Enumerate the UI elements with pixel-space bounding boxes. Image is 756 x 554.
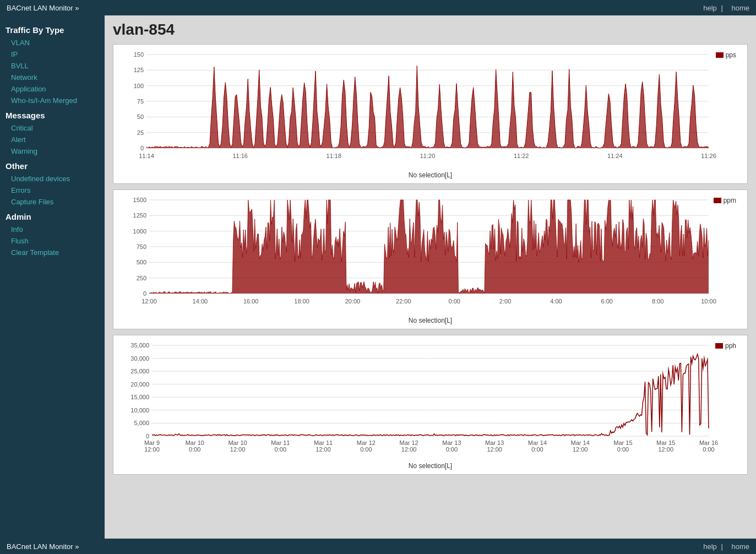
footer-home-link[interactable]: home xyxy=(731,542,749,551)
sidebar-item-capture-files[interactable]: Capture Files xyxy=(0,196,105,208)
app-title: BACnet LAN Monitor » xyxy=(7,4,79,12)
sidebar-item-undefined-devices[interactable]: Undefined devices xyxy=(0,173,105,184)
footer-help-link[interactable]: help xyxy=(703,542,717,551)
footer-separator: | xyxy=(721,542,722,551)
content-area: vlan-854 pps No selection[L] ppm No s xyxy=(105,15,756,539)
sidebar-item-flush[interactable]: Flush xyxy=(0,235,105,247)
sidebar-item-clear-template[interactable]: Clear Template xyxy=(0,247,105,258)
chart-ppm-container: ppm No selection[L] xyxy=(113,189,748,329)
sidebar: Traffic By Type VLAN IP BVLL Network App… xyxy=(0,15,105,539)
main-layout: Traffic By Type VLAN IP BVLL Network App… xyxy=(0,15,756,539)
chart-pps-legend: pps xyxy=(716,51,736,59)
chart-ppm-legend: ppm xyxy=(714,197,736,204)
sidebar-item-alert[interactable]: Alert xyxy=(0,134,105,145)
chart-pps-container: pps No selection[L] xyxy=(113,44,748,184)
sidebar-item-whois[interactable]: Who-Is/I-Am Merged xyxy=(0,95,105,106)
sidebar-item-application[interactable]: Application xyxy=(0,83,105,95)
sidebar-item-vlan[interactable]: VLAN xyxy=(0,37,105,48)
chart-pph-canvas xyxy=(119,340,742,461)
page-title: vlan-854 xyxy=(113,21,748,39)
separator: | xyxy=(721,4,722,12)
sidebar-item-network[interactable]: Network xyxy=(0,72,105,83)
chart-pph-no-selection: No selection[L] xyxy=(119,462,742,470)
other-section-title: Other xyxy=(0,157,105,173)
top-bar: BACnet LAN Monitor » help | home xyxy=(0,0,756,15)
traffic-section-title: Traffic By Type xyxy=(0,21,105,37)
chart-pph-legend: pph xyxy=(715,342,736,350)
sidebar-item-errors[interactable]: Errors xyxy=(0,184,105,196)
chart-ppm-legend-label: ppm xyxy=(724,197,736,204)
home-link[interactable]: home xyxy=(731,4,749,12)
footer: BACnet LAN Monitor » help | home xyxy=(0,539,756,554)
chart-pph-legend-label: pph xyxy=(725,342,736,350)
chart-pps-inner: pps xyxy=(119,49,742,170)
chart-pph-inner: pph xyxy=(119,340,742,461)
sidebar-item-critical[interactable]: Critical xyxy=(0,122,105,134)
chart-ppm-no-selection: No selection[L] xyxy=(119,317,742,324)
admin-section-title: Admin xyxy=(0,208,105,224)
sidebar-item-info[interactable]: Info xyxy=(0,224,105,235)
chart-ppm-legend-color xyxy=(714,198,721,203)
chart-ppm-inner: ppm xyxy=(119,194,742,316)
sidebar-item-ip[interactable]: IP xyxy=(0,48,105,60)
chart-pph-container: pph No selection[L] xyxy=(113,335,748,475)
chart-pph-legend-color xyxy=(715,343,723,349)
chart-pps-legend-label: pps xyxy=(726,51,736,59)
help-link[interactable]: help xyxy=(703,4,717,12)
chart-pps-no-selection: No selection[L] xyxy=(119,171,742,179)
chart-pps-canvas xyxy=(119,49,742,170)
sidebar-item-bvll[interactable]: BVLL xyxy=(0,60,105,72)
footer-title: BACnet LAN Monitor » xyxy=(7,542,79,551)
sidebar-item-warning[interactable]: Warning xyxy=(0,145,105,157)
chart-pps-legend-color xyxy=(716,52,724,58)
chart-ppm-canvas xyxy=(119,194,742,316)
messages-section-title: Messages xyxy=(0,106,105,122)
footer-right: help | home xyxy=(699,542,749,551)
top-bar-right: help | home xyxy=(699,4,749,12)
